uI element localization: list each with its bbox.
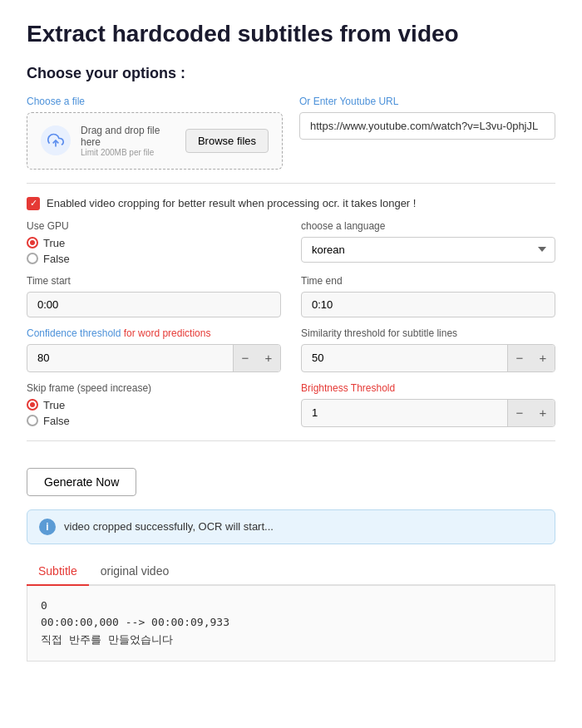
time-end-label: Time end [301,275,555,287]
browse-button[interactable]: Browse files [185,129,269,153]
info-message: video cropped successfully, OCR will sta… [64,520,274,533]
section-heading: Choose your options : [27,65,555,82]
language-group: choose a language korean english japanes… [301,220,555,265]
confidence-input[interactable] [27,346,233,370]
brightness-decrease-button[interactable]: − [508,400,531,426]
crop-checkbox[interactable]: ✓ [27,197,40,210]
skip-brightness-grid: Skip frame (speed increase) True False B… [27,382,555,427]
similarity-label: Similarity threshold for subtitle lines [301,327,555,339]
output-box: 0 00:00:00,000 --> 00:00:09,933 직접 반주를 만… [27,586,555,662]
threshold-grid: Confidence threshold for word prediction… [27,327,555,372]
gpu-true-option[interactable]: True [27,237,281,249]
similarity-decrease-button[interactable]: − [508,345,531,371]
skip-false-radio[interactable] [27,415,38,426]
brightness-increase-button[interactable]: + [531,400,555,426]
language-label: choose a language [301,220,555,232]
tabs-row: Subtitle original video [27,558,555,586]
skip-false-label: False [43,415,70,427]
gpu-false-label: False [43,253,70,265]
confidence-group: Confidence threshold for word prediction… [27,327,281,372]
file-url-row: Choose a file Drag and drop file here Li… [27,96,555,170]
gpu-true-radio[interactable] [27,237,38,248]
time-grid: Time start Time end [27,275,555,317]
options-grid: Use GPU True False choose a language kor… [27,220,555,265]
crop-label: Enabled video cropping for better result… [47,197,416,209]
brightness-label: Brightness Threshold [301,382,555,394]
gpu-false-option[interactable]: False [27,253,281,265]
brightness-group: Brightness Threshold − + [301,382,555,427]
output-line-3: 직접 반주를 만들었습니다 [41,632,541,649]
tab-subtitle[interactable]: Subtitle [27,558,89,586]
similarity-input[interactable] [302,346,507,370]
time-start-group: Time start [27,275,281,317]
gpu-radio-group: True False [27,237,281,265]
upload-icon [41,125,71,155]
file-label: Choose a file [27,96,283,107]
output-line-1: 0 [41,598,541,615]
skip-frame-radio-group: True False [27,399,281,427]
url-section: Or Enter Youtube URL [299,96,555,170]
confidence-increase-button[interactable]: + [257,345,280,371]
divider-1 [27,183,555,184]
confidence-label-main: Confidence threshold for word prediction… [27,327,210,339]
youtube-url-input[interactable] [299,112,555,140]
gpu-group: Use GPU True False [27,220,281,265]
output-line-2: 00:00:00,000 --> 00:00:09,933 [41,614,541,632]
skip-true-option[interactable]: True [27,399,281,411]
divider-2 [27,440,555,441]
file-section: Choose a file Drag and drop file here Li… [27,96,283,170]
similarity-group: Similarity threshold for subtitle lines … [301,327,555,372]
time-end-input[interactable] [301,292,555,317]
skip-frame-group: Skip frame (speed increase) True False [27,382,281,427]
time-start-input[interactable] [27,292,281,317]
dropzone[interactable]: Drag and drop file here Limit 200MB per … [27,112,283,170]
gpu-true-label: True [43,237,65,249]
gpu-false-radio[interactable] [27,253,38,264]
tab-original-video[interactable]: original video [89,558,181,586]
page-title: Extract hardcoded subtitles from video [27,20,555,48]
info-box: i video cropped successfully, OCR will s… [27,509,555,544]
skip-false-option[interactable]: False [27,415,281,427]
gpu-label: Use GPU [27,220,281,232]
info-icon: i [39,519,56,535]
confidence-label: Confidence threshold for word prediction… [27,327,281,339]
skip-frame-label: Skip frame (speed increase) [27,382,281,394]
crop-checkbox-row: ✓ Enabled video cropping for better resu… [27,197,555,210]
dropzone-text: Drag and drop file here Limit 200MB per … [81,125,175,157]
brightness-input[interactable] [302,401,507,425]
confidence-decrease-button[interactable]: − [234,345,257,371]
similarity-increase-button[interactable]: + [531,345,555,371]
brightness-input-row: − + [301,399,555,427]
time-start-label: Time start [27,275,281,287]
skip-true-label: True [43,399,65,411]
generate-button[interactable]: Generate Now [27,468,136,496]
skip-true-radio[interactable] [27,399,38,411]
time-end-group: Time end [301,275,555,317]
url-label: Or Enter Youtube URL [299,96,555,107]
language-select[interactable]: korean english japanese chinese [301,237,555,263]
similarity-input-row: − + [301,344,555,372]
confidence-input-row: − + [27,344,281,372]
